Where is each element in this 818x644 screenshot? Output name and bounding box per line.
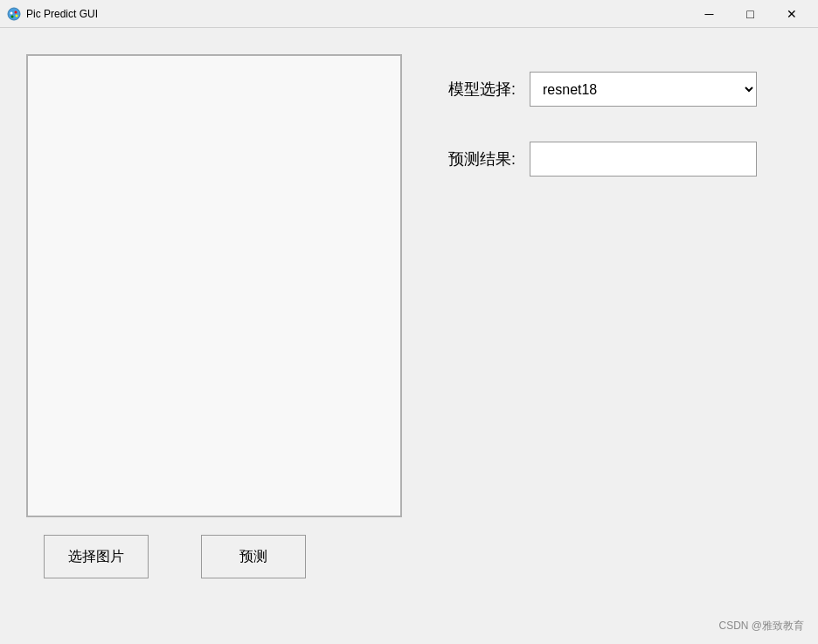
title-bar-left: Pic Predict GUI xyxy=(7,7,98,21)
watermark: CSDN @雅致教育 xyxy=(718,619,804,634)
model-select[interactable]: resnet18 resnet34 resnet50 vgg16 alexnet xyxy=(530,72,757,107)
close-button[interactable]: ✕ xyxy=(772,2,811,26)
right-panel: 模型选择: resnet18 resnet34 resnet50 vgg16 a… xyxy=(437,54,792,627)
button-row: 选择图片 预测 xyxy=(26,535,402,578)
predict-button[interactable]: 预测 xyxy=(201,535,306,578)
model-label: 模型选择: xyxy=(437,79,516,100)
app-icon xyxy=(7,7,21,21)
title-bar: Pic Predict GUI ─ □ ✕ xyxy=(0,0,818,28)
left-panel: 选择图片 预测 xyxy=(26,54,402,627)
select-image-button[interactable]: 选择图片 xyxy=(44,535,149,578)
result-label: 预测结果: xyxy=(437,149,516,170)
main-window: Pic Predict GUI ─ □ ✕ 选择图片 预测 模型选择: resn… xyxy=(0,0,818,644)
svg-point-0 xyxy=(8,8,20,20)
title-bar-controls: ─ □ ✕ xyxy=(690,2,811,26)
result-input[interactable] xyxy=(530,142,757,177)
svg-point-3 xyxy=(16,14,18,17)
svg-point-1 xyxy=(10,11,13,14)
result-row: 预测结果: xyxy=(437,142,792,177)
image-display-area xyxy=(26,54,402,517)
content-area: 选择图片 预测 模型选择: resnet18 resnet34 resnet50… xyxy=(0,28,818,644)
minimize-button[interactable]: ─ xyxy=(690,2,729,26)
model-selection-row: 模型选择: resnet18 resnet34 resnet50 vgg16 a… xyxy=(437,72,792,107)
svg-point-2 xyxy=(15,10,17,13)
maximize-button[interactable]: □ xyxy=(731,2,770,26)
svg-point-4 xyxy=(11,15,14,17)
app-title: Pic Predict GUI xyxy=(26,8,98,20)
